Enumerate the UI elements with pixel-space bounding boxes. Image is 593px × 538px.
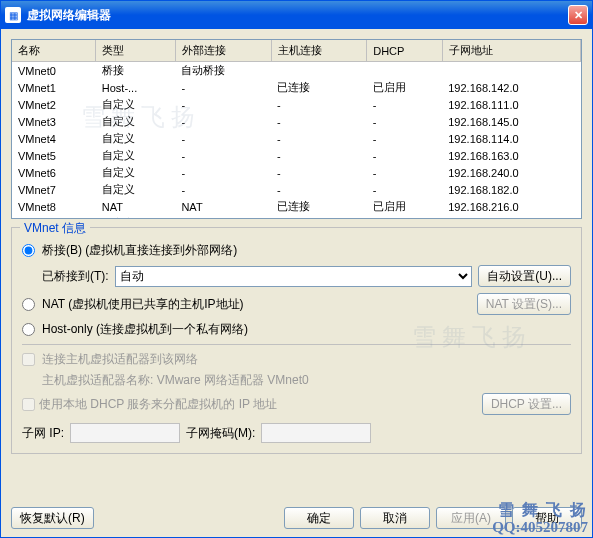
- column-header[interactable]: 子网地址: [442, 40, 580, 62]
- subnet-ip-input: [70, 423, 180, 443]
- cancel-button[interactable]: 取消: [360, 507, 430, 529]
- table-row[interactable]: VMnet3自定义---192.168.145.0: [12, 113, 581, 130]
- column-header[interactable]: 类型: [96, 40, 176, 62]
- titlebar: ▦ 虚拟网络编辑器 ✕: [1, 1, 592, 29]
- group-title: VMnet 信息: [20, 220, 90, 237]
- bridged-to-select[interactable]: 自动: [115, 266, 473, 287]
- nat-settings-button: NAT 设置(S)...: [477, 293, 571, 315]
- bridged-to-label: 已桥接到(T):: [42, 268, 109, 285]
- adapter-name-row: 主机虚拟适配器名称: VMware 网络适配器 VMnet0: [42, 372, 571, 389]
- help-button[interactable]: 帮助: [512, 507, 582, 529]
- subnet-mask-label: 子网掩码(M):: [186, 425, 255, 442]
- table-row[interactable]: VMnet1Host-...-已连接已启用192.168.142.0: [12, 79, 581, 96]
- apply-button: 应用(A): [436, 507, 506, 529]
- radio-hostonly-label: Host-only (连接虚拟机到一个私有网络): [42, 321, 248, 338]
- host-connect-checkbox: [22, 353, 35, 366]
- app-icon: ▦: [5, 7, 21, 23]
- table-row[interactable]: VMnet6自定义---192.168.240.0: [12, 164, 581, 181]
- radio-nat-label: NAT (虚拟机使用已共享的主机IP地址): [42, 296, 244, 313]
- subnet-mask-input: [261, 423, 371, 443]
- radio-bridged-label: 桥接(B) (虚拟机直接连接到外部网络): [42, 242, 237, 259]
- column-header[interactable]: 名称: [12, 40, 96, 62]
- table-row[interactable]: VMnet4自定义---192.168.114.0: [12, 130, 581, 147]
- window-title: 虚拟网络编辑器: [27, 7, 568, 24]
- auto-settings-button[interactable]: 自动设置(U)...: [478, 265, 571, 287]
- table-row[interactable]: VMnet9自定义---192.168.86.0: [12, 215, 581, 219]
- dhcp-settings-button: DHCP 设置...: [482, 393, 571, 415]
- table-row[interactable]: VMnet5自定义---192.168.163.0: [12, 147, 581, 164]
- dhcp-checkbox: [22, 398, 35, 411]
- restore-defaults-button[interactable]: 恢复默认(R): [11, 507, 94, 529]
- table-row[interactable]: VMnet2自定义---192.168.111.0: [12, 96, 581, 113]
- column-header[interactable]: 主机连接: [271, 40, 367, 62]
- table-row[interactable]: VMnet7自定义---192.168.182.0: [12, 181, 581, 198]
- radio-nat[interactable]: [22, 298, 35, 311]
- vmnet-info-group: VMnet 信息 桥接(B) (虚拟机直接连接到外部网络) 已桥接到(T): 自…: [11, 227, 582, 454]
- vmnet-table[interactable]: 名称类型外部连接主机连接DHCP子网地址 VMnet0桥接自动桥接VMnet1H…: [11, 39, 582, 219]
- radio-bridged[interactable]: [22, 244, 35, 257]
- radio-bridged-row[interactable]: 桥接(B) (虚拟机直接连接到外部网络): [22, 242, 571, 259]
- host-connect-row: 连接主机虚拟适配器到该网络: [22, 351, 571, 368]
- host-connect-label: 连接主机虚拟适配器到该网络: [42, 351, 198, 368]
- radio-hostonly[interactable]: [22, 323, 35, 336]
- footer: 恢复默认(R) 确定 取消 应用(A) 帮助: [1, 499, 592, 537]
- close-button[interactable]: ✕: [568, 5, 588, 25]
- table-row[interactable]: VMnet0桥接自动桥接: [12, 62, 581, 80]
- radio-nat-row[interactable]: NAT (虚拟机使用已共享的主机IP地址) NAT 设置(S)...: [22, 293, 571, 315]
- table-row[interactable]: VMnet8NATNAT已连接已启用192.168.216.0: [12, 198, 581, 215]
- dhcp-label: 使用本地 DHCP 服务来分配虚拟机的 IP 地址: [39, 396, 277, 413]
- subnet-ip-label: 子网 IP:: [22, 425, 64, 442]
- ok-button[interactable]: 确定: [284, 507, 354, 529]
- radio-hostonly-row[interactable]: Host-only (连接虚拟机到一个私有网络): [22, 321, 571, 338]
- column-header[interactable]: 外部连接: [175, 40, 271, 62]
- column-header[interactable]: DHCP: [367, 40, 443, 62]
